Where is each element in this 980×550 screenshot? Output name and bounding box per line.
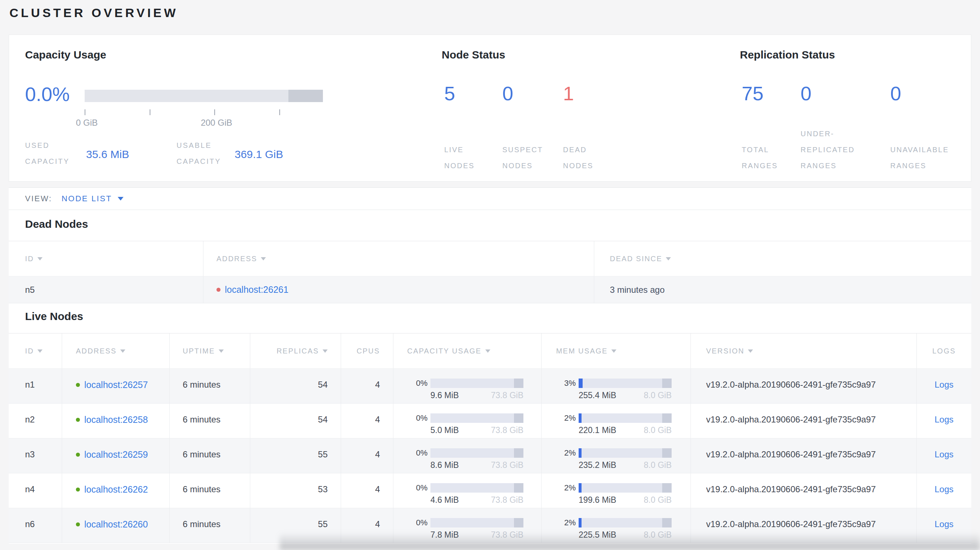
view-selector-dropdown[interactable]: NODE LIST	[61, 194, 124, 203]
logs-cell: Logs	[916, 439, 971, 473]
column-header-label: ADDRESS	[76, 347, 116, 355]
live-nodes-rows: n1localhost:262576 minutes5440%9.6 MiB73…	[9, 369, 971, 543]
node-cpus: 4	[341, 369, 393, 403]
node-cpus: 4	[341, 404, 393, 438]
node-address-cell: localhost:26261	[203, 277, 594, 303]
capacity-gauge-line: 0%	[393, 483, 541, 493]
stat-label: DEAD NODES	[563, 141, 593, 174]
node-version: v19.2.0-alpha.20190606-2491-gfe735c9a97	[690, 439, 916, 473]
memory-used-value: 255.4 MiB	[579, 391, 616, 401]
table-row: n6localhost:262606 minutes5540%7.8 MiB73…	[9, 508, 971, 543]
memory-total-value: 8.0 GiB	[644, 460, 671, 470]
memory-values: 235.2 MiB8.0 GiB	[579, 460, 671, 470]
memory-used-value: 199.6 MiB	[579, 495, 616, 505]
node-address-cell: localhost:26257	[62, 369, 169, 403]
node-address-link[interactable]: localhost:26262	[84, 484, 148, 495]
memory-bar-fill	[579, 413, 582, 423]
node-address-link[interactable]: localhost:26257	[84, 380, 148, 390]
live-nodes-table: IDADDRESSUPTIMEREPLICASCPUSCAPACITY USAG…	[9, 333, 971, 543]
memory-values: 225.5 MiB8.0 GiB	[579, 530, 671, 540]
capacity-values: 8.6 MiB73.8 GiB	[430, 460, 523, 470]
column-header-label: ADDRESS	[216, 255, 257, 263]
axis-tick-label: 0 GiB	[76, 118, 98, 128]
node-replicas: 54	[250, 404, 341, 438]
sort-arrow-icon	[37, 350, 43, 353]
capacity-gauge-line: 0%	[393, 413, 541, 423]
node-uptime: 6 minutes	[169, 404, 250, 438]
node-id: n3	[9, 439, 62, 473]
node-address-link[interactable]: localhost:26258	[84, 415, 148, 425]
dead-nodes-header-id[interactable]: ID	[9, 241, 203, 276]
live-nodes-header-uptime[interactable]: UPTIME	[169, 334, 250, 368]
node-id: n6	[9, 508, 62, 543]
dead-nodes-header-dead-since[interactable]: DEAD SINCE	[594, 241, 971, 276]
capacity-percent: 0%	[393, 378, 430, 388]
memory-bar	[579, 518, 671, 528]
capacity-gauge-line: 0%	[393, 378, 541, 388]
capacity-bar-reserved-segment	[514, 518, 523, 528]
node-address-link[interactable]: localhost:26260	[84, 519, 148, 530]
live-nodes-header-cpus: CPUS	[341, 334, 393, 368]
logs-link[interactable]: Logs	[935, 519, 953, 529]
live-nodes-header-id[interactable]: ID	[9, 334, 62, 368]
memory-bar	[579, 483, 671, 493]
live-status-dot	[76, 453, 80, 457]
capacity-bar-reserved-segment	[514, 413, 523, 423]
capacity-gauge-cell: 0%8.6 MiB73.8 GiB	[393, 439, 541, 473]
capacity-values: 7.8 MiB73.8 GiB	[430, 530, 523, 540]
node-version: v19.2.0-alpha.20190606-2491-gfe735c9a97	[690, 369, 916, 403]
node-cpus: 4	[341, 473, 393, 508]
memory-bar	[579, 378, 671, 388]
stat-value: 1	[563, 82, 650, 105]
live-nodes-header-capacity-usage[interactable]: CAPACITY USAGE	[393, 334, 541, 368]
axis-tick	[84, 109, 85, 115]
live-nodes-header-row: IDADDRESSUPTIMEREPLICASCPUSCAPACITY USAG…	[9, 333, 971, 369]
node-uptime: 6 minutes	[169, 508, 250, 543]
logs-link[interactable]: Logs	[935, 484, 953, 494]
node-address-link[interactable]: localhost:26259	[84, 449, 148, 460]
capacity-values: 5.0 MiB73.8 GiB	[430, 425, 523, 435]
node-uptime: 6 minutes	[169, 473, 250, 508]
view-bar: VIEW: NODE LIST	[9, 188, 971, 210]
table-row: n3localhost:262596 minutes5540%8.6 MiB73…	[9, 439, 971, 473]
sort-arrow-icon	[323, 350, 328, 353]
memory-used-value: 220.1 MiB	[579, 425, 616, 435]
column-header-label: ID	[25, 347, 34, 355]
stat-value: 0	[800, 82, 888, 105]
memory-values: 255.4 MiB8.0 GiB	[579, 391, 671, 401]
sort-arrow-icon	[748, 350, 753, 353]
node-replicas: 55	[250, 508, 341, 543]
live-nodes-header-replicas[interactable]: REPLICAS	[250, 334, 341, 368]
live-nodes-header-version[interactable]: VERSION	[690, 334, 916, 368]
memory-bar-reserved-segment	[662, 483, 671, 493]
live-nodes-header-address[interactable]: ADDRESS	[62, 334, 169, 368]
capacity-bar	[430, 518, 523, 528]
dead-nodes-header-address[interactable]: ADDRESS	[203, 241, 594, 276]
capacity-gauge-cell: 0%9.6 MiB73.8 GiB	[393, 369, 541, 403]
capacity-bar	[430, 483, 523, 493]
logs-cell: Logs	[916, 508, 971, 543]
stat-label: TOTAL RANGES	[742, 141, 778, 174]
column-header-label: MEM USAGE	[556, 347, 608, 355]
capacity-values: 4.6 MiB73.8 GiB	[430, 495, 523, 505]
memory-bar-fill	[579, 483, 582, 493]
replication-status-title: Replication Status	[740, 49, 835, 61]
memory-percent: 3%	[542, 378, 579, 388]
logs-cell: Logs	[916, 404, 971, 438]
column-header-label: ID	[25, 255, 34, 263]
logs-link[interactable]: Logs	[935, 415, 953, 424]
live-nodes-header-mem-usage[interactable]: MEM USAGE	[541, 334, 690, 368]
logs-link[interactable]: Logs	[935, 449, 953, 459]
memory-gauge-line: 2%	[542, 448, 690, 458]
node-address-link[interactable]: localhost:26261	[225, 285, 288, 295]
axis-tick	[150, 109, 150, 115]
logs-link[interactable]: Logs	[935, 380, 953, 390]
memory-percent: 2%	[542, 448, 579, 458]
memory-used-value: 235.2 MiB	[579, 460, 616, 470]
node-cpus: 4	[341, 508, 393, 543]
memory-used-value: 225.5 MiB	[579, 530, 616, 540]
cluster-overview-page: CLUSTER OVERVIEW Capacity Usage Node Sta…	[0, 0, 980, 550]
capacity-used-value: 4.6 MiB	[430, 495, 459, 505]
memory-bar-fill	[579, 518, 582, 528]
capacity-used-value: 9.6 MiB	[430, 391, 459, 401]
